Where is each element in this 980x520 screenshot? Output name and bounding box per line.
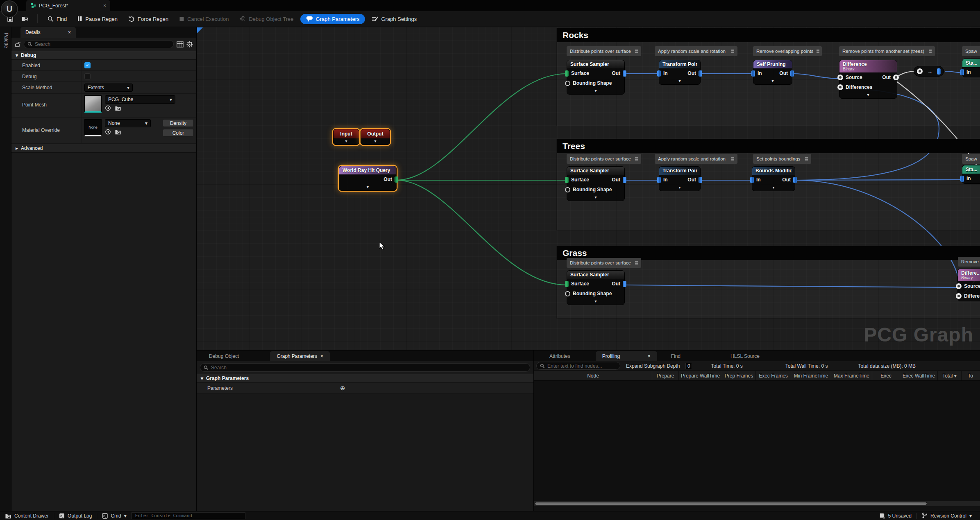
profiling-column-node[interactable]: Node	[534, 371, 652, 380]
tab-close-icon[interactable]: ×	[320, 353, 323, 359]
point-mesh-dropdown[interactable]: PCG_Cube ▾	[105, 95, 175, 104]
node-collapse-chevron[interactable]: ▾	[567, 88, 624, 94]
node-comment-bubble[interactable]: Set points boundings	[753, 154, 811, 164]
bubble-pin-icon[interactable]	[817, 50, 819, 53]
output-log-button[interactable]: Output Log	[54, 511, 97, 520]
transform-points-rocks[interactable]: Transform PointsInOut▾	[659, 60, 701, 85]
profiling-column-total--[interactable]: Total ▾	[937, 371, 961, 380]
profiling-search-input[interactable]: Enter text to find nodes...	[536, 362, 620, 370]
node-collapse-chevron[interactable]: ▾	[361, 138, 390, 145]
cancel-execution-button[interactable]: Cancel Execution	[175, 14, 233, 24]
blue-pin[interactable]	[793, 177, 797, 183]
transform-points-trees[interactable]: Transform PointsInOut▾	[659, 166, 701, 191]
node-comment-bubble[interactable]: Distribute points over surface	[567, 46, 641, 56]
scrollbar-thumb[interactable]	[535, 502, 927, 505]
blue-pin[interactable]	[960, 69, 964, 75]
details-tab-close-icon[interactable]: ×	[68, 29, 71, 35]
gear-icon[interactable]	[186, 41, 193, 47]
node-comment-bubble[interactable]: Remove overlapping points	[753, 46, 822, 56]
green-pin[interactable]	[565, 177, 569, 183]
green-pin[interactable]	[395, 176, 398, 183]
node-collapse-chevron[interactable]: ▾	[839, 92, 897, 98]
scale-method-dropdown[interactable]: Extents ▾	[84, 84, 133, 92]
bubble-pin-icon[interactable]	[635, 261, 638, 265]
node-comment-bubble[interactable]: Spaw	[962, 154, 980, 164]
profiling-column-prepare[interactable]: Prepare	[652, 371, 678, 380]
revision-control-button[interactable]: Revision Control ▾	[917, 511, 980, 520]
tab-close-icon[interactable]: ×	[648, 353, 651, 359]
surface-sampler-rocks[interactable]: Surface SamplerSurfaceOutBounding Shape▾	[567, 60, 625, 95]
tab-hlsl-source[interactable]: HLSL Source	[724, 351, 766, 361]
blue-pin[interactable]	[937, 68, 941, 75]
bubble-pin-icon[interactable]	[731, 157, 734, 161]
white-pin[interactable]	[956, 283, 962, 289]
bubble-pin-icon[interactable]	[929, 50, 932, 53]
ring-pin[interactable]	[565, 291, 570, 296]
green-pin[interactable]	[565, 281, 569, 287]
self-pruning-rocks[interactable]: Self PruningInOut▾	[753, 60, 792, 85]
blue-pin[interactable]	[751, 70, 755, 77]
unsaved-assets-button[interactable]: 5 Unsaved	[874, 511, 916, 520]
graph-parameters-section-header[interactable]: ▾ Graph Parameters	[197, 374, 533, 383]
node-comment-bubble[interactable]: Remove points from another set (trees)	[839, 46, 935, 56]
color-button[interactable]: Color	[163, 129, 194, 137]
difference-grass[interactable]: Differe...BinarySourceDifferences	[957, 269, 980, 301]
blue-pin[interactable]	[960, 176, 964, 182]
asset-tab-pcg-forest[interactable]: PCG_Forest* ×	[26, 0, 110, 11]
static-mesh-spawner-trees[interactable]: Sta...In	[962, 165, 980, 184]
graph-settings-button[interactable]: Graph Settings	[368, 14, 421, 24]
static-mesh-spawner-rocks[interactable]: Sta...In	[962, 59, 980, 77]
node-collapse-chevron[interactable]: ▾	[333, 138, 359, 145]
blue-pin[interactable]	[657, 70, 661, 77]
surface-sampler-grass[interactable]: Surface SamplerSurfaceOutBounding Shape▾	[567, 270, 625, 305]
browse-to-asset-button[interactable]	[19, 14, 32, 24]
node-comment-bubble[interactable]: Apply random scale and rotation	[655, 154, 737, 164]
unreal-logo[interactable]: U	[1, 0, 18, 18]
console-command-input[interactable]: Enter Console Command	[132, 512, 245, 519]
use-selected-icon[interactable]	[105, 105, 111, 111]
bubble-pin-icon[interactable]	[805, 157, 808, 161]
world-ray-hit-query-node[interactable]: World Ray Hit QueryOut▾	[339, 166, 397, 191]
profiling-column-exec-frames[interactable]: Exec Frames	[755, 371, 791, 380]
blue-pin[interactable]	[790, 70, 794, 77]
add-parameter-button[interactable]: ⊕	[340, 384, 345, 392]
subgraph-depth-input[interactable]: 0	[685, 363, 692, 369]
node-comment-bubble[interactable]: Remove p	[958, 257, 980, 267]
material-dropdown[interactable]: None ▾	[105, 119, 151, 127]
tab-attributes[interactable]: Attributes	[543, 351, 577, 361]
blue-pin[interactable]	[623, 70, 626, 77]
blue-pin[interactable]	[623, 281, 626, 287]
profiling-column-prepare-walltime[interactable]: Prepare WallTime	[678, 371, 722, 380]
profiling-column-max-frametime[interactable]: Max FrameTime	[831, 371, 872, 380]
node-comment-bubble[interactable]: Spaw	[962, 46, 980, 56]
white-pin[interactable]	[837, 75, 843, 80]
blue-pin[interactable]	[699, 177, 702, 183]
display-filter-icon[interactable]	[177, 41, 184, 47]
node-comment-bubble[interactable]: Distribute points over surface	[567, 154, 641, 164]
node-comment-bubble[interactable]: Apply random scale and rotation	[655, 46, 737, 56]
bubble-pin-icon[interactable]	[635, 50, 638, 53]
find-button[interactable]: Find	[43, 14, 71, 24]
node-collapse-chevron[interactable]: ▾	[659, 185, 700, 191]
palette-sidebar-tab[interactable]: Palette	[0, 27, 11, 511]
ring-pin[interactable]	[565, 81, 570, 86]
cmd-dropdown[interactable]: Cmd ▾	[97, 511, 131, 520]
difference-rocks[interactable]: DifferenceBinarySourceOutDifferences▾	[839, 60, 897, 99]
details-tab[interactable]: Details ×	[20, 27, 76, 38]
white-pin[interactable]	[893, 75, 899, 80]
node-collapse-chevron[interactable]: ▾	[659, 78, 700, 84]
blue-pin[interactable]	[623, 177, 626, 183]
debug-category-header[interactable]: ▾ Debug	[11, 51, 196, 60]
horizontal-scrollbar[interactable]	[534, 501, 980, 506]
surface-sampler-trees[interactable]: Surface SamplerSurfaceOutBounding Shape▾	[567, 166, 625, 201]
tab-close-icon[interactable]: ×	[103, 3, 106, 9]
debug-object-tree-button[interactable]: Debug Object Tree	[235, 14, 297, 24]
conversion-reroute-node[interactable]: →	[914, 66, 944, 77]
node-collapse-chevron[interactable]: ▾	[567, 194, 624, 201]
white-pin[interactable]	[917, 68, 923, 74]
tab-find[interactable]: Find	[665, 351, 687, 361]
profiling-column-exec-walltime[interactable]: Exec WallTime	[900, 371, 937, 380]
blue-pin[interactable]	[657, 177, 661, 183]
profiling-column-exec[interactable]: Exec	[872, 371, 900, 380]
bounds-modifier-trees[interactable]: Bounds ModifierInOut▾	[752, 166, 795, 191]
